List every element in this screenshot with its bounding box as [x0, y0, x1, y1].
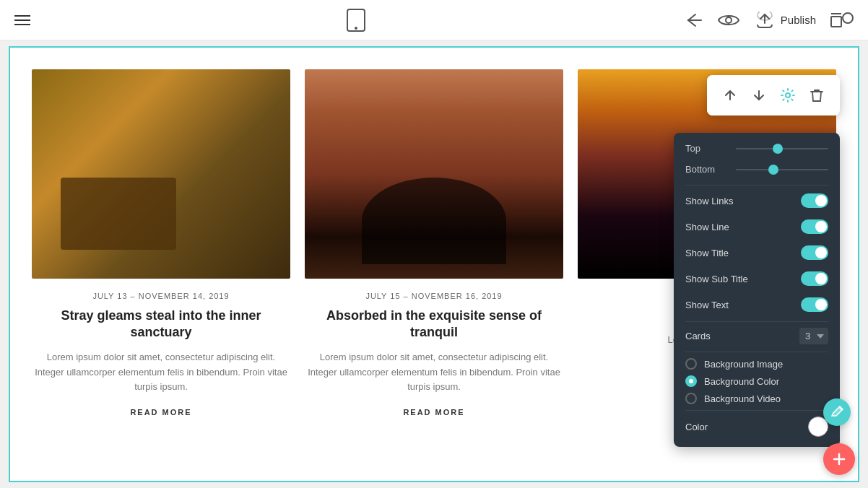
background-image-label: Background Image — [704, 359, 783, 370]
move-down-button[interactable] — [745, 81, 773, 110]
show-sub-title-toggle[interactable] — [801, 271, 828, 286]
hamburger-icon[interactable] — [14, 15, 30, 25]
svg-point-7 — [786, 93, 790, 97]
delete-button[interactable] — [802, 81, 831, 110]
show-sub-title-label: Show Sub Title — [685, 274, 748, 284]
top-label: Top — [685, 143, 729, 154]
show-title-toggle[interactable] — [801, 245, 828, 260]
divider-4 — [685, 410, 828, 411]
background-video-radio[interactable] — [685, 393, 697, 404]
settings-button[interactable] — [773, 81, 802, 110]
card-1-body: Lorem ipsum dolor sit amet, consectetur … — [32, 350, 290, 395]
card-2-body: Lorem ipsum dolor sit amet, consectetur … — [305, 350, 563, 395]
nav-right: Publish — [682, 11, 854, 30]
toolbar-icons — [707, 75, 840, 116]
cards-select[interactable]: 1 2 3 4 — [799, 328, 828, 344]
svg-point-5 — [843, 13, 853, 23]
show-links-row: Show Links — [685, 191, 828, 210]
show-title-label: Show Title — [685, 248, 729, 258]
divider-1 — [685, 185, 828, 186]
shapes-icon[interactable] — [830, 11, 854, 30]
top-slider-row: Top — [685, 143, 828, 154]
svg-point-1 — [355, 27, 357, 30]
nav-center — [346, 8, 366, 32]
background-video-row: Background Video — [685, 393, 828, 404]
fab-edit-button[interactable] — [823, 398, 851, 426]
show-line-row: Show Line — [685, 217, 828, 236]
publish-label: Publish — [781, 14, 816, 26]
svg-point-2 — [726, 17, 732, 23]
card-1-read-more[interactable]: READ MORE — [130, 408, 191, 424]
show-links-toggle[interactable] — [801, 193, 828, 208]
card-2: JULY 15 – NOVEMBER 16, 2019 Absorbed in … — [305, 69, 563, 424]
publish-button[interactable]: Publish — [755, 12, 816, 29]
background-image-radio[interactable] — [685, 358, 697, 370]
cards-row: Cards 1 2 3 4 — [685, 328, 828, 344]
card-2-date: JULY 15 – NOVEMBER 16, 2019 — [365, 292, 502, 300]
nav-left — [14, 15, 30, 25]
top-slider-track[interactable] — [736, 148, 828, 149]
background-video-label: Background Video — [704, 393, 781, 404]
show-links-label: Show Links — [685, 196, 733, 206]
color-row: Color — [685, 417, 828, 437]
show-text-label: Show Text — [685, 300, 729, 310]
cards-label: Cards — [685, 331, 711, 341]
background-color-label: Background Color — [704, 376, 779, 387]
card-1: JULY 13 – NOVEMBER 14, 2019 Stray gleams… — [32, 69, 290, 424]
publish-icon — [755, 12, 775, 29]
bottom-label: Bottom — [685, 164, 729, 175]
background-color-radio[interactable] — [685, 375, 697, 387]
background-color-row: Background Color — [685, 375, 828, 387]
move-up-button[interactable] — [716, 81, 745, 110]
card-2-read-more[interactable]: READ MORE — [403, 408, 464, 424]
fab-add-button[interactable] — [823, 443, 855, 475]
back-icon[interactable] — [682, 12, 703, 29]
card-2-image — [305, 69, 563, 279]
divider-3 — [685, 352, 828, 352]
show-line-toggle[interactable] — [801, 219, 828, 234]
top-nav: Publish — [0, 0, 868, 40]
svg-rect-4 — [831, 17, 841, 27]
show-line-label: Show Line — [685, 222, 729, 232]
card-2-title: Absorbed in the exquisite sense of tranq… — [305, 308, 563, 341]
bottom-slider-thumb[interactable] — [768, 165, 778, 175]
show-text-row: Show Text — [685, 295, 828, 314]
color-label: Color — [685, 422, 708, 432]
card-1-image — [32, 69, 290, 279]
show-title-row: Show Title — [685, 243, 828, 262]
show-sub-title-row: Show Sub Title — [685, 269, 828, 288]
background-image-row: Background Image — [685, 358, 828, 370]
top-slider-thumb[interactable] — [773, 144, 783, 154]
card-1-title: Stray gleams steal into the inner sanctu… — [32, 308, 290, 341]
show-text-toggle[interactable] — [801, 297, 828, 312]
divider-2 — [685, 321, 828, 322]
bottom-slider-row: Bottom — [685, 164, 828, 175]
mobile-icon[interactable] — [346, 8, 366, 32]
settings-panel: Top Bottom Show Links Show Line — [674, 133, 840, 447]
eye-icon[interactable] — [717, 12, 740, 28]
card-1-date: JULY 13 – NOVEMBER 14, 2019 — [92, 292, 229, 300]
bottom-slider-track[interactable] — [736, 169, 828, 170]
main-content-area: JULY 13 – NOVEMBER 14, 2019 Stray gleams… — [9, 46, 859, 482]
float-toolbar: Top Bottom Show Links Show Line — [707, 75, 840, 116]
